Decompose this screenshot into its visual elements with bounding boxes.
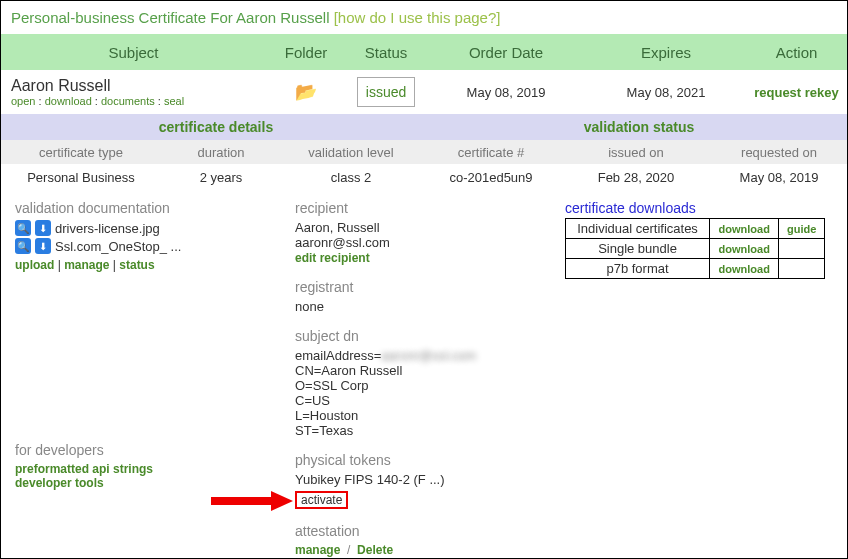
meta-values: Personal Business 2 years class 2 co-201… bbox=[1, 164, 847, 190]
dl-download-link[interactable]: download bbox=[719, 243, 770, 255]
dl-empty bbox=[779, 239, 825, 259]
meta-level-v: class 2 bbox=[281, 170, 421, 185]
seal-link[interactable]: seal bbox=[164, 95, 184, 107]
folder-icon[interactable]: 📂 bbox=[295, 82, 317, 102]
dn-st: ST=Texas bbox=[295, 423, 555, 438]
manage-link[interactable]: manage bbox=[64, 258, 109, 272]
column-headers: Subject Folder Status Order Date Expires… bbox=[1, 34, 847, 70]
col-order-date: Order Date bbox=[426, 44, 586, 61]
meta-issued-h: issued on bbox=[561, 145, 711, 160]
dl-row-label: Single bundle bbox=[566, 239, 710, 259]
certificate-downloads-title: certificate downloads bbox=[565, 200, 833, 216]
certificate-details-header: certificate details bbox=[1, 119, 431, 135]
validation-doc-2[interactable]: Ssl.com_OneStop_ ... bbox=[55, 239, 181, 254]
token-value: Yubikey FIPS 140-2 (F ...) bbox=[295, 472, 555, 487]
section-headers: certificate details validation status bbox=[1, 114, 847, 140]
meta-requested-h: requested on bbox=[711, 145, 847, 160]
request-rekey-link[interactable]: request rekey bbox=[754, 85, 839, 100]
validation-doc-row: 🔍 ⬇ Ssl.com_OneStop_ ... bbox=[15, 238, 285, 254]
subject-action-links: open : download : documents : seal bbox=[11, 95, 266, 107]
arrow-icon bbox=[205, 489, 295, 513]
subject-name: Aaron Russell bbox=[11, 77, 266, 95]
status-link[interactable]: status bbox=[119, 258, 154, 272]
activate-link[interactable]: activate bbox=[295, 491, 348, 509]
page-title: Personal-business Certificate For Aaron … bbox=[11, 9, 329, 26]
validation-doc-actions: upload | manage | status bbox=[15, 258, 285, 272]
attestation-manage-link[interactable]: manage bbox=[295, 543, 340, 557]
col-action: Action bbox=[746, 44, 847, 61]
table-row: p7b format download bbox=[566, 259, 825, 279]
meta-certno-h: certificate # bbox=[421, 145, 561, 160]
open-link[interactable]: open bbox=[11, 95, 35, 107]
subject-dn-title: subject dn bbox=[295, 328, 555, 344]
dn-email-value: aaronr@ssl.com bbox=[381, 348, 476, 363]
col-expires: Expires bbox=[586, 44, 746, 61]
registrant-value: none bbox=[295, 299, 555, 314]
col-subject: Subject bbox=[1, 44, 266, 61]
downloads-table: Individual certificates download guide S… bbox=[565, 218, 825, 279]
dn-l: L=Houston bbox=[295, 408, 555, 423]
attestation-title: attestation bbox=[295, 523, 555, 539]
validation-docs-title: validation documentation bbox=[15, 200, 285, 216]
meta-requested-v: May 08, 2019 bbox=[711, 170, 847, 185]
dl-row-label: Individual certificates bbox=[566, 219, 710, 239]
dn-cn: CN=Aaron Russell bbox=[295, 363, 555, 378]
table-row: Single bundle download bbox=[566, 239, 825, 259]
meta-certno-v: co-201ed5un9 bbox=[421, 170, 561, 185]
dl-empty bbox=[779, 259, 825, 279]
download-link[interactable]: download bbox=[45, 95, 92, 107]
col-status: Status bbox=[346, 44, 426, 61]
validation-doc-row: 🔍 ⬇ drivers-license.jpg bbox=[15, 220, 285, 236]
dn-email-label: emailAddress= bbox=[295, 348, 381, 363]
dl-download-link[interactable]: download bbox=[719, 263, 770, 275]
meta-headers: certificate type duration validation lev… bbox=[1, 140, 847, 164]
documents-link[interactable]: documents bbox=[101, 95, 155, 107]
dn-o: O=SSL Corp bbox=[295, 378, 555, 393]
dn-email: emailAddress=aaronr@ssl.com bbox=[295, 348, 555, 363]
meta-type-v: Personal Business bbox=[1, 170, 161, 185]
api-strings-link[interactable]: preformatted api strings bbox=[15, 462, 285, 476]
validation-doc-1[interactable]: drivers-license.jpg bbox=[55, 221, 160, 236]
upload-link[interactable]: upload bbox=[15, 258, 54, 272]
meta-type-h: certificate type bbox=[1, 145, 161, 160]
meta-duration-h: duration bbox=[161, 145, 281, 160]
meta-level-h: validation level bbox=[281, 145, 421, 160]
attestation-actions: manage / Delete bbox=[295, 543, 555, 557]
dl-row-label: p7b format bbox=[566, 259, 710, 279]
recipient-title: recipient bbox=[295, 200, 555, 216]
certificate-row: Aaron Russell open : download : document… bbox=[1, 70, 847, 114]
for-developers-title: for developers bbox=[15, 442, 285, 458]
magnify-icon[interactable]: 🔍 bbox=[15, 238, 31, 254]
edit-recipient-link[interactable]: edit recipient bbox=[295, 251, 370, 265]
table-row: Individual certificates download guide bbox=[566, 219, 825, 239]
dl-guide-link[interactable]: guide bbox=[787, 223, 816, 235]
physical-tokens-title: physical tokens bbox=[295, 452, 555, 468]
dn-c: C=US bbox=[295, 393, 555, 408]
developer-tools-link[interactable]: developer tools bbox=[15, 476, 285, 490]
page-title-row: Personal-business Certificate For Aaron … bbox=[1, 1, 847, 34]
recipient-name: Aaron, Russell bbox=[295, 220, 555, 235]
download-icon[interactable]: ⬇ bbox=[35, 238, 51, 254]
dl-download-link[interactable]: download bbox=[719, 223, 770, 235]
order-date-value: May 08, 2019 bbox=[426, 85, 586, 100]
download-icon[interactable]: ⬇ bbox=[35, 220, 51, 236]
svg-marker-1 bbox=[271, 491, 293, 511]
meta-issued-v: Feb 28, 2020 bbox=[561, 170, 711, 185]
recipient-email: aaronr@ssl.com bbox=[295, 235, 555, 250]
registrant-title: registrant bbox=[295, 279, 555, 295]
status-value: issued bbox=[357, 77, 415, 107]
validation-status-header: validation status bbox=[431, 119, 847, 135]
col-folder: Folder bbox=[266, 44, 346, 61]
attestation-delete-link[interactable]: Delete bbox=[357, 543, 393, 557]
help-link[interactable]: [how do I use this page?] bbox=[334, 9, 501, 26]
meta-duration-v: 2 years bbox=[161, 170, 281, 185]
magnify-icon[interactable]: 🔍 bbox=[15, 220, 31, 236]
expires-value: May 08, 2021 bbox=[586, 85, 746, 100]
